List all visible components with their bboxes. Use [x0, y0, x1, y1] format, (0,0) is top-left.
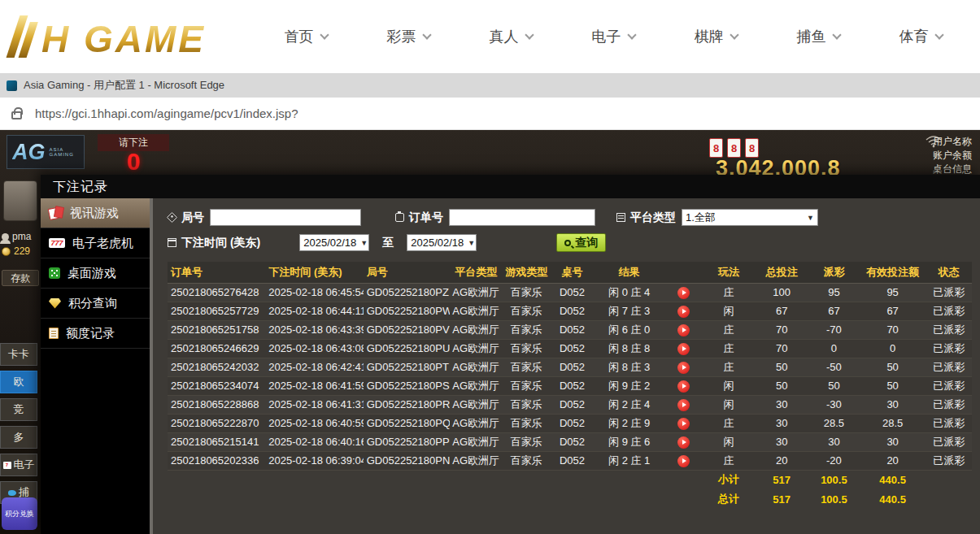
cell-time: 2025-02-18 06:45:54: [265, 283, 363, 302]
nav-item-label: 捕鱼: [797, 27, 826, 46]
cell-table: D052: [551, 395, 593, 414]
nav-item-chess[interactable]: 棋牌: [695, 27, 738, 46]
cell-valid-bet: 0: [860, 339, 926, 358]
subtotal-payout: 100.5: [808, 470, 859, 489]
side-tab-label: 电子: [14, 458, 35, 472]
bet-table-body: 2502180652764282025-02-18 06:45:54GD0522…: [168, 283, 972, 470]
table-row: 2502180652577292025-02-18 06:44:11GD0522…: [168, 302, 972, 320]
sidebar-item-live-games[interactable]: 视讯游戏: [41, 198, 150, 228]
total-label: 总计: [703, 489, 755, 509]
nav-item-home[interactable]: 首页: [285, 27, 328, 46]
replay-button[interactable]: [677, 380, 690, 393]
cell-payout: -20: [808, 451, 859, 470]
cell-result: 闲 2 庄 4: [594, 395, 665, 414]
info-balance: 账户余额: [933, 149, 980, 163]
playing-card: 8: [745, 138, 759, 158]
cell-platform: AG欧洲厅: [450, 358, 502, 376]
order-input[interactable]: [449, 209, 595, 226]
info-username: 用户名称: [933, 135, 980, 149]
cell-payout: -30: [808, 395, 859, 414]
platform-select[interactable]: 1.全部 ▼: [682, 209, 818, 226]
nav-item-live[interactable]: 真人: [490, 27, 533, 46]
cell-time: 2025-02-18 06:44:11: [265, 302, 363, 320]
cell-time: 2025-02-18 06:40:59: [265, 414, 363, 432]
cell-platform: AG欧洲厅: [450, 432, 502, 451]
cell-round: GD052252180PP: [364, 432, 450, 451]
cell-play: 庄: [703, 339, 755, 358]
avatar[interactable]: [3, 180, 37, 221]
search-icon: [564, 240, 571, 246]
cell-game: 百家乐: [502, 320, 551, 339]
side-tab-multi[interactable]: 多: [0, 426, 37, 449]
nav-item-lottery[interactable]: 彩票: [387, 27, 430, 46]
cell-platform: AG欧洲厅: [450, 395, 502, 414]
person-icon: [2, 233, 9, 241]
col-total-bet: 总投注: [755, 262, 808, 283]
points-exchange-badge[interactable]: 积分兑换: [2, 497, 37, 530]
side-tab-compete[interactable]: 竞: [0, 398, 37, 421]
cell-table: D052: [551, 451, 593, 470]
cell-total-bet: 30: [755, 432, 808, 451]
side-tab-europe[interactable]: 欧: [0, 371, 37, 393]
cell-total-bet: 100: [755, 283, 808, 302]
sidebar-item-label: 积分查询: [68, 296, 117, 311]
table-header: 订单号 下注时间 (美东) 局号 平台类型 游戏类型 桌号 结果 玩法 总投注 …: [168, 262, 972, 283]
replay-button[interactable]: [677, 287, 690, 299]
replay-button[interactable]: [677, 306, 690, 318]
sidebar-item-slot-machines[interactable]: 电子老虎机: [41, 228, 150, 258]
ag-logo-text: AG: [12, 140, 46, 165]
replay-button[interactable]: [677, 399, 690, 411]
sidebar-item-table-games[interactable]: 桌面游戏: [41, 258, 150, 289]
side-tab-cards[interactable]: 卡卡: [0, 343, 37, 366]
chevron-down-icon: [627, 30, 636, 39]
sidebar-item-quota-records[interactable]: 额度记录: [41, 319, 150, 349]
chevron-down-icon: [320, 30, 329, 39]
cell-replay: [665, 320, 703, 339]
cell-table: D052: [551, 320, 593, 339]
replay-button[interactable]: [677, 418, 690, 430]
replay-button[interactable]: [677, 324, 690, 336]
cell-status: 已派彩: [926, 302, 972, 320]
coin-icon: [2, 247, 11, 256]
cell-time: 2025-02-18 06:41:31: [265, 395, 363, 414]
site-logo[interactable]: H GAME: [13, 15, 206, 58]
sidebar-item-label: 电子老虎机: [72, 236, 133, 251]
table-row: 2502180652151412025-02-18 06:40:16GD0522…: [168, 432, 972, 451]
round-label: 局号: [168, 211, 204, 225]
search-button[interactable]: 查询: [556, 233, 606, 252]
username-row: pma: [2, 231, 31, 242]
url-text[interactable]: https://gci.1hhapi.com/agingame/pcv1/ind…: [35, 106, 298, 120]
deposit-button[interactable]: 存款: [2, 270, 39, 286]
platform-select-value: 1.全部: [686, 211, 716, 225]
nav-item-sports[interactable]: 体育: [899, 27, 943, 46]
nav-item-label: 彩票: [387, 27, 416, 46]
side-tab-slots[interactable]: 7电子: [0, 454, 37, 476]
cell-table: D052: [551, 432, 593, 451]
subtotal-bet: 517: [755, 470, 808, 489]
clipboard-icon: [395, 213, 404, 222]
nav-item-slots[interactable]: 电子: [592, 27, 635, 46]
total-bet: 517: [755, 489, 808, 509]
filter-row-2: 下注时间 (美东) 2025/02/18 ▼ 至 2025/02/18 ▼ 查询: [168, 233, 972, 252]
date-to-select[interactable]: 2025/02/18 ▼: [407, 234, 477, 251]
logo-mark-icon: [7, 15, 41, 58]
lock-icon: [11, 111, 22, 119]
cell-play: 闲: [703, 376, 755, 395]
nav-item-fishing[interactable]: 捕鱼: [797, 27, 840, 46]
replay-button[interactable]: [677, 343, 690, 355]
chevron-down-icon: ▼: [360, 239, 368, 247]
cell-result: 闲 9 庄 2: [594, 376, 665, 395]
sidebar-item-points-query[interactable]: 积分查询: [41, 289, 150, 319]
date-from-select[interactable]: 2025/02/18 ▼: [299, 234, 369, 251]
replay-button[interactable]: [677, 436, 690, 449]
round-input[interactable]: [210, 209, 361, 226]
replay-button[interactable]: [677, 455, 690, 467]
table-row: 2502180652228702025-02-18 06:40:59GD0522…: [168, 414, 972, 432]
cell-valid-bet: 30: [860, 432, 926, 451]
replay-button[interactable]: [677, 362, 690, 374]
playing-card: 8: [727, 138, 741, 158]
sidebar-item-label: 额度记录: [66, 326, 115, 341]
game-background: AG ASIA GAMING 请下注 0 8 8 8 3,042,000.8 用…: [0, 130, 980, 534]
cell-platform: AG欧洲厅: [450, 376, 502, 395]
ag-logo: AG ASIA GAMING: [7, 135, 85, 169]
